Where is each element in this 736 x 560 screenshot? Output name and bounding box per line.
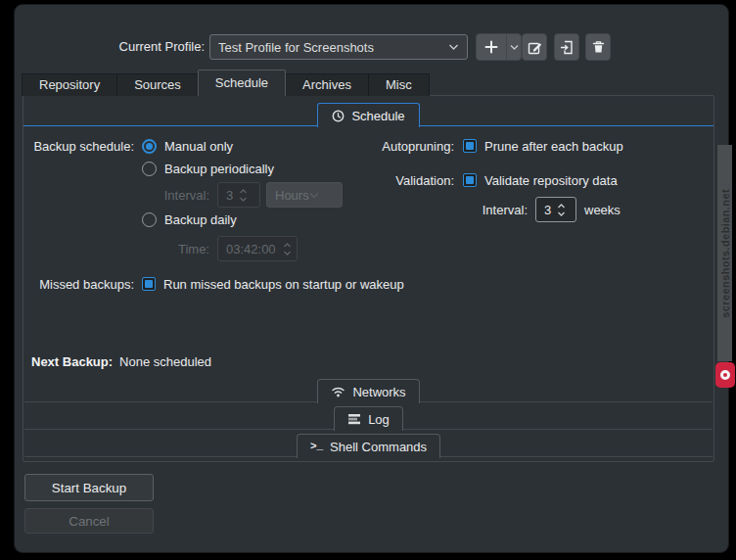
next-backup-label: Next Backup: [31, 354, 113, 369]
validation-row: Validation: Validate repository data [317, 170, 618, 190]
log-section-tab[interactable]: Log [334, 406, 403, 431]
spin-arrows-icon [239, 188, 248, 203]
export-icon [560, 40, 575, 55]
add-profile-split-button [476, 33, 522, 61]
spin-arrows-icon[interactable] [557, 203, 566, 217]
add-profile-button[interactable] [477, 34, 506, 60]
screenshot-stage: Current Profile: Test Profile for Screen… [0, 0, 736, 560]
validation-interval-row: Interval: 3 weeks [435, 197, 621, 222]
plus-icon [484, 40, 498, 54]
schedule-section-label: Schedule [351, 109, 404, 123]
missed-backups-option-label[interactable]: Run missed backups on startup or wakeup [163, 277, 404, 292]
autopruning-label: Autopruning: [317, 139, 454, 154]
validation-checkbox[interactable] [463, 173, 477, 187]
cancel-button: Cancel [24, 508, 154, 534]
schedule-section-tabbar: Schedule [23, 103, 713, 126]
daily-time-spinbox: 03:42:00 [217, 236, 298, 261]
backup-daily-label[interactable]: Backup daily [164, 212, 237, 227]
validation-interval-unit: weeks [584, 203, 621, 217]
missed-backups-row: Missed backups: Run missed backups on st… [23, 274, 404, 294]
validation-label: Validation: [317, 173, 454, 188]
daily-time-row: Time: 03:42:00 [142, 236, 298, 261]
periodic-interval-unit: Hours [275, 188, 309, 203]
shell-commands-section-tab[interactable]: >_ Shell Commands [297, 434, 440, 458]
spin-arrows-icon [283, 242, 292, 257]
schedule-tab-page: Schedule Backup schedule: Manual only Ba… [23, 95, 714, 462]
missed-backups-label: Missed backups: [23, 277, 134, 292]
profile-select[interactable]: Test Profile for Screenshots [209, 34, 468, 60]
next-backup-row: Next Backup: None scheduled [31, 353, 211, 369]
edit-icon [528, 40, 542, 55]
autopruning-checkbox[interactable] [463, 139, 477, 153]
missed-backups-checkbox[interactable] [142, 277, 156, 291]
autopruning-option-label[interactable]: Prune after each backup [484, 139, 623, 154]
tab-archives[interactable]: Archives [285, 73, 369, 96]
log-section-label: Log [368, 412, 390, 427]
backup-periodically-row: Backup periodically [142, 159, 274, 178]
tab-misc[interactable]: Misc [368, 73, 430, 96]
backup-periodically-label[interactable]: Backup periodically [164, 162, 274, 176]
vorta-main-window: Current Profile: Test Profile for Screen… [14, 4, 729, 553]
current-profile-label: Current Profile: [15, 33, 205, 61]
edit-profile-button[interactable] [522, 33, 547, 61]
daily-time-value: 03:42:00 [226, 242, 277, 257]
networks-section-row: Networks [24, 379, 713, 402]
schedule-section-tab[interactable]: Schedule [317, 103, 419, 127]
trash-icon [592, 40, 605, 54]
periodic-interval-row: Interval: 3 Hours [142, 182, 343, 208]
shell-commands-section-label: Shell Commands [330, 440, 427, 454]
periodic-interval-label: Interval: [142, 188, 209, 203]
log-section-row: Log [24, 406, 713, 430]
backup-daily-row: Backup daily [142, 210, 237, 229]
watermark-strip: screenshots.debian.net [717, 145, 732, 361]
backup-schedule-label: Backup schedule: [23, 139, 134, 154]
autopruning-row: Autopruning: Prune after each backup [317, 136, 623, 156]
tab-schedule[interactable]: Schedule [198, 70, 286, 96]
camera-icon [715, 362, 735, 388]
manual-only-radio[interactable] [142, 139, 157, 154]
backup-periodically-radio[interactable] [142, 162, 157, 176]
networks-section-tab[interactable]: Networks [317, 379, 419, 403]
tab-repository[interactable]: Repository [22, 73, 117, 96]
networks-section-label: Networks [352, 385, 405, 399]
chevron-down-icon [510, 44, 519, 51]
validation-option-label[interactable]: Validate repository data [484, 173, 618, 188]
profile-select-value: Test Profile for Screenshots [218, 40, 442, 55]
shell-commands-section-row: >_ Shell Commands [24, 434, 713, 457]
start-backup-button[interactable]: Start Backup [24, 474, 154, 501]
backup-daily-radio[interactable] [142, 212, 157, 227]
wifi-icon [331, 386, 345, 397]
chevron-down-icon [309, 192, 334, 199]
chevron-down-icon [448, 43, 459, 51]
delete-profile-button[interactable] [585, 33, 611, 61]
watermark-text: screenshots.debian.net [719, 189, 731, 318]
periodic-interval-value: 3 [226, 188, 233, 203]
add-profile-menu-button[interactable] [506, 34, 521, 60]
export-profile-button[interactable] [554, 33, 579, 61]
validation-interval-label: Interval: [435, 203, 528, 217]
daily-time-label: Time: [142, 242, 209, 257]
validation-interval-spinbox[interactable]: 3 [535, 197, 576, 222]
tab-sources[interactable]: Sources [116, 73, 199, 96]
backup-schedule-row: Backup schedule: Manual only [23, 136, 233, 156]
validation-interval-value: 3 [544, 203, 551, 217]
main-tab-bar: Repository Sources Schedule Archives Mis… [22, 70, 429, 96]
next-backup-value: None scheduled [119, 354, 211, 369]
terminal-icon: >_ [310, 441, 323, 452]
manual-only-label[interactable]: Manual only [164, 139, 233, 154]
log-icon [347, 413, 361, 425]
periodic-interval-spinbox: 3 [217, 182, 260, 208]
clock-icon [332, 110, 345, 122]
